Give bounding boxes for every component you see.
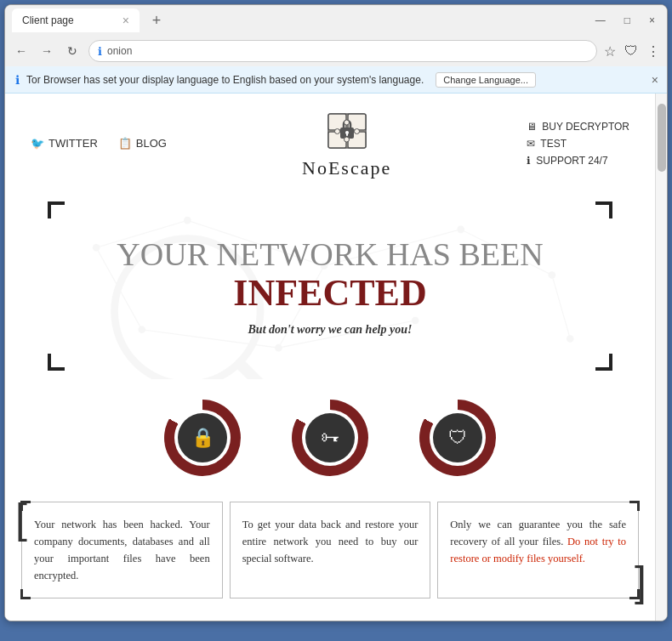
content-wrapper: 🐦 TWITTER 📋 BLOG <box>5 94 667 621</box>
tab-title: Client page <box>22 14 74 26</box>
svg-point-10 <box>344 120 349 125</box>
buy-decryptor-label: BUY DECRYPTOR <box>542 121 629 133</box>
card-1: Your network has been hacked. Your compa… <box>21 502 223 598</box>
minimize-button[interactable]: — <box>590 13 611 28</box>
tab-close-button[interactable]: × <box>122 14 129 27</box>
key-icon: 🗝 <box>321 427 339 449</box>
icon-item-lock: 🔒 <box>164 400 241 476</box>
nav-left: 🐦 TWITTER 📋 BLOG <box>31 137 167 150</box>
hero-title-infected: INFECTED <box>73 271 587 315</box>
shield-browser-icon[interactable]: 🛡 <box>624 43 638 59</box>
star-icon[interactable]: ☆ <box>604 43 616 60</box>
address-bar-row: ← → ↻ ℹ onion ☆ 🛡 ⋮ <box>5 36 667 66</box>
tor-info-icon: ℹ <box>15 73 20 87</box>
blog-icon: 📋 <box>118 137 132 150</box>
test-icon: ✉ <box>527 138 535 150</box>
logo-center: NoEscape <box>302 107 391 179</box>
security-info-icon: ℹ <box>98 45 102 58</box>
maximize-button[interactable]: □ <box>619 13 635 28</box>
site-nav: 🐦 TWITTER 📋 BLOG <box>5 94 655 193</box>
forward-button[interactable]: → <box>37 42 56 60</box>
site-content: 🐦 TWITTER 📋 BLOG <box>5 94 655 621</box>
svg-point-8 <box>334 129 339 134</box>
support-link[interactable]: ℹ SUPPORT 24/7 <box>527 155 607 167</box>
browser-tab[interactable]: Client page × <box>12 9 140 32</box>
icon-outer-key: 🗝 <box>292 400 368 476</box>
key-center-circle: 🗝 <box>305 413 355 462</box>
change-language-button[interactable]: Change Language... <box>436 72 536 88</box>
tor-bar-close[interactable]: × <box>652 73 658 87</box>
title-bar: Client page × + — □ × <box>5 5 667 36</box>
shield-center-circle: 🛡 <box>433 413 482 462</box>
refresh-icon: ↻ <box>67 44 77 58</box>
card-3: Only we can guarantee you the safe recov… <box>437 502 639 598</box>
back-icon: ← <box>15 44 27 58</box>
svg-rect-7 <box>346 133 348 136</box>
blog-label: BLOG <box>136 137 167 150</box>
back-button[interactable]: ← <box>12 42 31 60</box>
card-2: To get your data back and restore your e… <box>230 502 431 598</box>
support-icon: ℹ <box>527 155 531 167</box>
twitter-link[interactable]: 🐦 TWITTER <box>31 137 98 150</box>
hero-subtitle: But don't worry we can help you! <box>73 323 587 337</box>
buy-decryptor-link[interactable]: 🖥 BUY DECRYPTOR <box>527 121 629 133</box>
blog-link[interactable]: 📋 BLOG <box>118 137 167 150</box>
browser-window: Client page × + — □ × ← → ↻ ℹ onion ☆ 🛡 … <box>4 4 668 621</box>
card-1-text: Your network has been hacked. Your compa… <box>34 519 210 581</box>
support-label: SUPPORT 24/7 <box>536 155 607 167</box>
icon-item-key: 🗝 <box>292 400 368 476</box>
lock-icon: 🔒 <box>191 427 214 449</box>
twitter-label: TWITTER <box>48 137 98 150</box>
scrollbar-thumb[interactable] <box>658 104 666 172</box>
buy-icon: 🖥 <box>527 121 537 133</box>
hero-section: Your network has been INFECTED But don't… <box>5 193 655 379</box>
icon-item-shield: 🛡 <box>419 400 496 476</box>
address-text: onion <box>107 45 588 57</box>
card-2-text: To get your data back and restore your e… <box>242 519 419 564</box>
twitter-icon: 🐦 <box>31 137 44 150</box>
svg-point-9 <box>354 129 359 134</box>
shield-site-icon: 🛡 <box>448 427 467 449</box>
lock-center-circle: 🔒 <box>178 413 227 462</box>
forward-icon: → <box>41 44 53 58</box>
window-controls: — □ × <box>590 13 660 28</box>
cards-row: Your network has been hacked. Your compa… <box>5 493 655 607</box>
test-label: TEST <box>540 138 567 150</box>
tor-message: Tor Browser has set your display languag… <box>26 74 424 86</box>
logo-svg <box>322 107 373 154</box>
tor-notification-bar: ℹ Tor Browser has set your display langu… <box>5 66 667 94</box>
logo-title: NoEscape <box>302 157 391 179</box>
new-tab-button[interactable]: + <box>145 9 168 32</box>
scrollbar[interactable] <box>655 94 667 621</box>
address-bar[interactable]: ℹ onion <box>88 40 597 62</box>
svg-point-11 <box>344 137 349 142</box>
icon-outer-lock: 🔒 <box>164 400 241 476</box>
hero-title-line1: Your network has been <box>73 235 587 275</box>
test-link[interactable]: ✉ TEST <box>527 138 567 150</box>
close-window-button[interactable]: × <box>644 13 660 28</box>
icon-outer-shield: 🛡 <box>419 400 496 476</box>
refresh-button[interactable]: ↻ <box>63 42 82 60</box>
settings-icon[interactable]: ⋮ <box>646 43 660 60</box>
toolbar-icons: ☆ 🛡 ⋮ <box>604 43 660 60</box>
nav-right: 🖥 BUY DECRYPTOR ✉ TEST ℹ SUPPORT 24/7 <box>527 121 629 167</box>
icons-row: 🔒 🗝 <box>5 379 655 493</box>
